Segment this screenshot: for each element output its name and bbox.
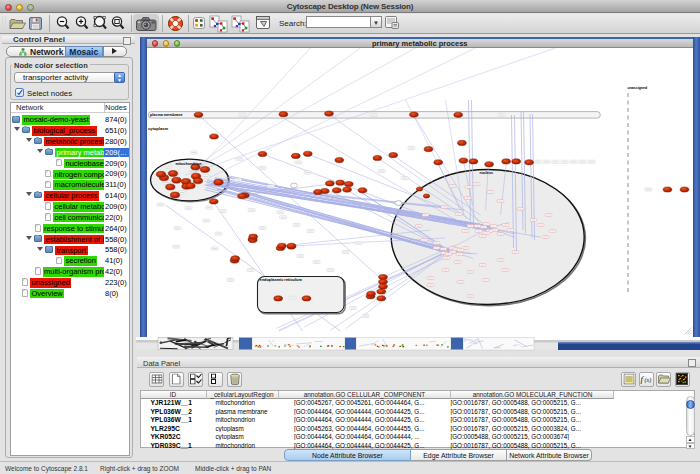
svg-text:cytoplasm: cytoplasm — [148, 126, 168, 131]
svg-text:nucleus: nucleus — [479, 170, 493, 175]
svg-text:unassigned: unassigned — [627, 85, 647, 90]
svg-text:(x): (x) — [645, 377, 652, 384]
svg-text:mitochondrion: mitochondrion — [175, 161, 201, 166]
svg-text:endoplasmic reticulum: endoplasmic reticulum — [259, 277, 301, 282]
svg-text:plasma membrane: plasma membrane — [150, 112, 183, 117]
